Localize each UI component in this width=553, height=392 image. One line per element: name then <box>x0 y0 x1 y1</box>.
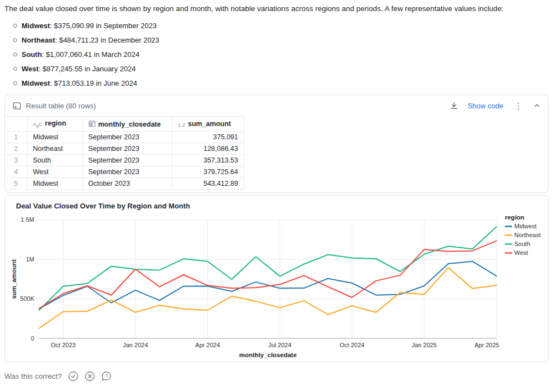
summary-bullet: South: $1,007,060.41 in March 2024 <box>13 50 546 59</box>
svg-text:Midwest: Midwest <box>514 223 536 229</box>
number-type-icon: 1.2 <box>178 122 185 128</box>
column-header-sum_amount[interactable]: 1.2sum_amount <box>172 117 244 132</box>
table-cell: September 2023 <box>82 166 172 178</box>
table-cell: Northeast <box>27 143 82 155</box>
table-cell: 1 <box>5 132 27 143</box>
column-header-monthly_closedate[interactable]: monthly_closedate <box>82 117 172 132</box>
chart-svg: Deal Value Closed Over Time by Region an… <box>5 196 548 362</box>
y-tick-label: 0 <box>31 335 34 342</box>
table-cell: 4 <box>5 166 27 178</box>
legend-item-west[interactable]: West <box>505 249 528 256</box>
series-line-south <box>39 227 497 310</box>
chart-card: Deal Value Closed Over Time by Region an… <box>4 195 549 362</box>
y-axis-title: sum_amount <box>11 259 17 299</box>
text-type-icon: ABC <box>33 122 43 129</box>
x-tick-label: Apr 2025 <box>474 342 499 348</box>
legend-item-midwest[interactable]: Midwest <box>505 223 536 229</box>
table-cell: Midwest <box>27 132 82 143</box>
table-cell: 379,725.64 <box>172 166 244 178</box>
table-row: 5MidwestOctober 2023543,412.89 <box>5 178 244 190</box>
table-cell: 128,086.43 <box>172 143 244 155</box>
table-cell: South <box>27 155 82 166</box>
table-cell: West <box>27 166 82 178</box>
comment-question-icon[interactable]: ? <box>101 371 112 381</box>
column-header-region[interactable]: ABCregion <box>27 117 82 132</box>
feedback-question: Was this correct? <box>4 372 62 380</box>
x-tick-label: Oct 2024 <box>340 342 364 348</box>
legend-title: region <box>505 214 524 221</box>
show-code-button[interactable]: Show code <box>468 102 503 110</box>
row-number-header <box>5 117 27 132</box>
table-cell: October 2023 <box>82 178 172 190</box>
summary-bullet: Northeast: $484,711.23 in December 2023 <box>13 36 546 44</box>
svg-text:?: ? <box>105 373 108 379</box>
summary-text: The deal value closed over time is shown… <box>0 0 553 95</box>
summary-bullet: Midwest: $713,053.19 in June 2024 <box>13 79 546 87</box>
result-table-title: Result table (80 rows) <box>26 102 96 110</box>
download-icon[interactable] <box>450 102 458 109</box>
table-cell: 2 <box>5 143 27 155</box>
result-table-card: Result table (80 rows) Show code ⋮ ABCre… <box>4 95 549 193</box>
table-cell: Midwest <box>27 178 82 190</box>
x-tick-label: Apr 2024 <box>195 342 220 348</box>
kebab-menu-icon[interactable]: ⋮ <box>513 102 524 110</box>
summary-paragraph: The deal value closed over time is shown… <box>4 4 546 13</box>
y-tick-label: 1M <box>26 256 34 263</box>
table-cell: 543,412.89 <box>172 178 244 190</box>
table-cell: 5 <box>5 178 27 190</box>
summary-bullet: West: $877,245.55 in January 2024 <box>13 65 546 73</box>
svg-text:West: West <box>514 249 528 256</box>
table-row: 1MidwestSeptember 2023375,091 <box>5 132 244 143</box>
result-table: ABCregionmonthly_closedate1.2sum_amount … <box>5 116 244 190</box>
table-cell: 3 <box>5 155 27 166</box>
summary-bullets: Midwest: $375,090.99 in September 2023No… <box>4 22 546 87</box>
table-header-row: ABCregionmonthly_closedate1.2sum_amount <box>5 117 244 132</box>
result-table-icon <box>13 102 21 110</box>
table-row: 4WestSeptember 2023379,725.64 <box>5 166 244 178</box>
legend-item-south[interactable]: South <box>505 241 530 247</box>
series-line-northeast <box>39 268 497 328</box>
x-circle-icon[interactable] <box>85 371 95 381</box>
x-axis-title: monthly_closedate <box>239 352 296 358</box>
table-cell: September 2023 <box>82 155 172 166</box>
chart-title: Deal Value Closed Over Time by Region an… <box>16 202 190 210</box>
x-tick-label: Jan 2025 <box>411 342 436 348</box>
result-table-header: Result table (80 rows) Show code ⋮ <box>5 95 548 116</box>
table-cell: September 2023 <box>82 132 172 143</box>
y-tick-label: 1.5M <box>21 216 34 223</box>
svg-text:Northeast: Northeast <box>514 232 541 238</box>
legend-item-northeast[interactable]: Northeast <box>505 232 541 238</box>
table-cell: September 2023 <box>82 143 172 155</box>
table-row: 2NortheastSeptember 2023128,086.43 <box>5 143 244 155</box>
check-circle-icon[interactable] <box>68 371 79 381</box>
summary-bullet: Midwest: $375,090.99 in September 2023 <box>13 22 546 30</box>
calendar-type-icon <box>88 120 96 127</box>
table-cell: 357,313.53 <box>172 155 244 166</box>
table-row: 3SouthSeptember 2023357,313.53 <box>5 155 244 166</box>
series-line-west <box>39 241 497 309</box>
y-tick-label: 500K <box>20 295 34 302</box>
chevron-up-icon[interactable] <box>534 102 540 109</box>
x-tick-label: Jan 2024 <box>123 342 148 348</box>
x-tick-label: Jul 2024 <box>268 342 291 348</box>
feedback-bar: Was this correct? ? <box>4 371 549 381</box>
x-tick-label: Oct 2023 <box>51 342 76 348</box>
table-cell: 375,091 <box>172 132 244 143</box>
svg-text:South: South <box>514 241 530 247</box>
